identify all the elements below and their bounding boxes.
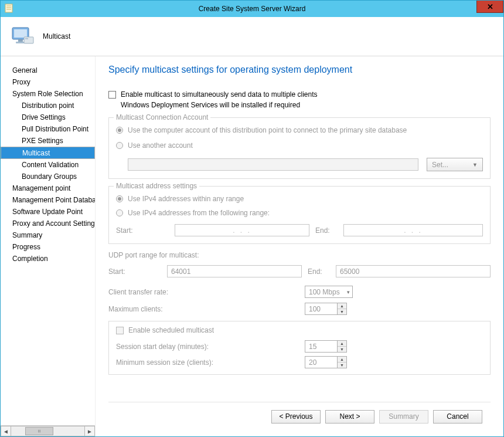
max-clients-value: 100 [305, 303, 338, 315]
address-group-legend: Multicast address settings [114, 182, 199, 190]
cancel-button[interactable]: Cancel [433, 410, 482, 424]
conn-opt-another-row: Use another account [116, 141, 483, 150]
sidebar-item-system-role-selection[interactable]: System Role Selection [1, 88, 95, 100]
spinner-buttons[interactable]: ▲▼ [338, 356, 347, 368]
conn-account-input-row: Set... ▼ [116, 158, 483, 171]
conn-radio-computer-label: Use the computer account of this distrib… [128, 126, 407, 134]
content-pane: Specify multicast settings for operating… [96, 56, 503, 436]
sidebar-item-multicast[interactable]: Multicast [1, 147, 95, 159]
scheduled-checkbox-row: Enable scheduled multicast [116, 326, 483, 334]
addr-radio-following-label: Use IPv4 addresses from the following ra… [128, 209, 270, 217]
sidebar-item-pxe-settings[interactable]: PXE Settings [1, 135, 95, 147]
chevron-down-icon: ▾ [347, 289, 350, 295]
max-clients-row: Maximum clients: 100 ▲▼ [108, 303, 491, 315]
sidebar-item-pull-distribution-point[interactable]: Pull Distribution Point [1, 123, 95, 135]
session-delay-spinner[interactable]: 15 ▲▼ [305, 340, 347, 353]
spinner-up-icon[interactable]: ▲ [338, 357, 346, 363]
enable-multicast-checkbox[interactable] [108, 91, 116, 99]
titlebar: Create Site System Server Wizard ✕ [1, 1, 503, 17]
sidebar-item-management-point-database[interactable]: Management Point Database [1, 194, 95, 206]
sidebar: GeneralProxySystem Role SelectionDistrib… [1, 56, 96, 436]
spinner-buttons[interactable]: ▲▼ [338, 340, 347, 353]
close-icon: ✕ [487, 3, 493, 11]
enable-multicast-note: Windows Deployment Services will be inst… [121, 101, 491, 109]
udp-end-input[interactable]: 65000 [336, 265, 491, 277]
close-button[interactable]: ✕ [476, 1, 503, 13]
udp-range-grid: Start: 64001 End: 65000 [108, 265, 491, 277]
session-delay-value: 15 [305, 340, 338, 353]
addr-end-input[interactable]: . . . [343, 224, 483, 236]
sidebar-item-drive-settings[interactable]: Drive Settings [1, 111, 95, 123]
svg-rect-9 [25, 38, 28, 39]
conn-radio-another-account[interactable] [116, 142, 123, 149]
udp-start-input[interactable]: 64001 [167, 265, 302, 277]
sidebar-item-software-update-point[interactable]: Software Update Point [1, 206, 95, 218]
udp-start-label: Start: [108, 267, 167, 276]
computer-icon [10, 24, 35, 49]
svg-rect-5 [14, 29, 27, 38]
next-button[interactable]: Next > [325, 410, 374, 424]
sidebar-item-progress[interactable]: Progress [1, 241, 95, 253]
multicast-connection-group: Multicast Connection Account Use the com… [108, 117, 491, 179]
min-session-spinner[interactable]: 20 ▲▼ [305, 356, 347, 368]
conn-radio-computer-account[interactable] [116, 127, 123, 134]
sidebar-item-general[interactable]: General [1, 65, 95, 76]
spinner-up-icon[interactable]: ▲ [338, 341, 346, 347]
sidebar-item-distribution-point[interactable]: Distribution point [1, 100, 95, 111]
addr-radio-any-label: Use IPv4 addresses within any range [128, 195, 244, 203]
chevron-down-icon: ▼ [472, 162, 478, 168]
spinner-buttons[interactable]: ▲▼ [338, 303, 347, 315]
page-title: Specify multicast settings for operating… [108, 65, 491, 75]
previous-button[interactable]: < Previous [271, 410, 321, 424]
wizard-footer: < Previous Next > Summary Cancel [108, 402, 491, 431]
session-delay-label: Session start delay (minutes): [116, 343, 305, 351]
spinner-down-icon[interactable]: ▼ [338, 363, 346, 368]
session-delay-row: Session start delay (minutes): 15 ▲▼ [116, 340, 483, 353]
window-title: Create Site System Server Wizard [1, 5, 503, 13]
udp-end-label: End: [302, 267, 336, 276]
max-clients-spinner[interactable]: 100 ▲▼ [305, 303, 347, 315]
addr-end-label: End: [309, 226, 343, 235]
scheduled-multicast-group: Enable scheduled multicast Session start… [108, 321, 491, 375]
scroll-right-button[interactable]: ► [84, 426, 95, 436]
scroll-left-button[interactable]: ◄ [1, 426, 11, 436]
sidebar-items: GeneralProxySystem Role SelectionDistrib… [1, 65, 95, 425]
min-session-row: Minimum session size (clients): 20 ▲▼ [116, 356, 483, 368]
sidebar-item-boundary-groups[interactable]: Boundary Groups [1, 171, 95, 182]
transfer-rate-row: Client transfer rate: 100 Mbps ▾ [108, 286, 491, 298]
sidebar-item-proxy[interactable]: Proxy [1, 76, 95, 88]
udp-range-label: UDP port range for multicast: [108, 251, 491, 259]
sidebar-hscrollbar[interactable]: ◄ ► [1, 425, 95, 436]
scheduled-multicast-label: Enable scheduled multicast [128, 326, 214, 334]
enable-multicast-row: Enable multicast to simultaneously send … [108, 90, 491, 99]
conn-account-input[interactable] [128, 158, 418, 171]
sidebar-item-completion[interactable]: Completion [1, 253, 95, 265]
scroll-track[interactable] [11, 426, 84, 436]
transfer-rate-select[interactable]: 100 Mbps ▾ [305, 286, 353, 298]
transfer-rate-label: Client transfer rate: [108, 288, 305, 296]
addr-start-input[interactable]: . . . [175, 224, 309, 236]
conn-set-button[interactable]: Set... ▼ [427, 158, 483, 171]
addr-range-grid: Start: . . . End: . . . [116, 224, 483, 236]
summary-button[interactable]: Summary [379, 410, 428, 424]
addr-opt-range-row: Use IPv4 addresses from the following ra… [116, 209, 483, 217]
conn-radio-another-label: Use another account [128, 141, 193, 150]
sidebar-item-proxy-and-account-settings[interactable]: Proxy and Account Settings [1, 218, 95, 229]
sidebar-item-content-validation[interactable]: Content Validation [1, 159, 95, 171]
scheduled-multicast-checkbox[interactable] [116, 327, 124, 334]
scroll-thumb[interactable] [25, 427, 53, 435]
wizard-body: GeneralProxySystem Role SelectionDistrib… [1, 56, 503, 436]
min-session-label: Minimum session size (clients): [116, 358, 305, 367]
multicast-address-group: Multicast address settings Use IPv4 addr… [108, 186, 491, 244]
sidebar-item-management-point[interactable]: Management point [1, 182, 95, 194]
spinner-up-icon[interactable]: ▲ [338, 303, 346, 309]
addr-radio-any-range[interactable] [116, 195, 123, 202]
spinner-down-icon[interactable]: ▼ [338, 309, 346, 314]
wizard-header: Multicast [1, 17, 503, 56]
enable-multicast-label: Enable multicast to simultaneously send … [121, 90, 318, 99]
sidebar-item-summary[interactable]: Summary [1, 229, 95, 241]
header-label: Multicast [43, 32, 70, 40]
transfer-rate-value: 100 Mbps [309, 288, 340, 296]
addr-radio-following-range[interactable] [116, 209, 123, 216]
spinner-down-icon[interactable]: ▼ [338, 347, 346, 352]
